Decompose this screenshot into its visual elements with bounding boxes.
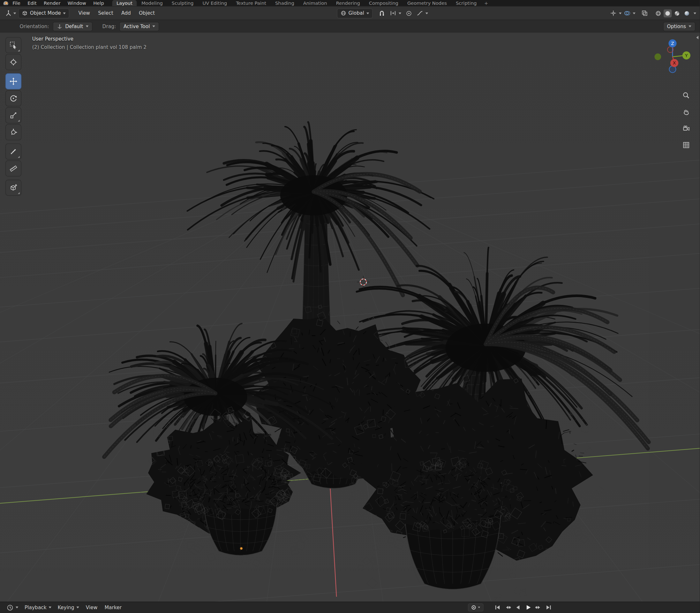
tool-annotate[interactable]	[5, 143, 22, 159]
transform-orientation-select[interactable]: Global	[337, 8, 372, 18]
tool-rotate[interactable]	[5, 90, 22, 106]
playback-controls	[493, 603, 553, 611]
camera-view-button[interactable]	[680, 122, 692, 134]
show-gizmos-toggle[interactable]	[609, 8, 618, 18]
jump-to-end-button[interactable]	[545, 603, 553, 611]
menu-render[interactable]: Render	[40, 0, 64, 6]
snap-settings-select[interactable]	[387, 8, 403, 18]
timeline-editor-type-button[interactable]	[3, 604, 22, 611]
chevron-down-icon	[63, 12, 66, 14]
falloff-curve-icon	[416, 10, 423, 17]
tab-texture-paint[interactable]: Texture Paint	[232, 0, 271, 6]
shading-rendered-button[interactable]	[683, 8, 691, 18]
shading-wireframe-button[interactable]	[654, 8, 663, 18]
snap-magnet-toggle[interactable]	[377, 8, 386, 18]
chevron-down-icon	[49, 607, 51, 609]
proportional-editing-toggle[interactable]	[405, 8, 413, 18]
jump-to-start-button[interactable]	[493, 603, 501, 611]
chevron-down-icon[interactable]	[619, 12, 621, 14]
measure-ruler-icon	[9, 165, 17, 172]
tool-measure[interactable]	[5, 160, 22, 177]
chevron-down-icon[interactable]	[633, 12, 635, 14]
scale-tool-icon	[9, 112, 17, 119]
timeline-menu-view[interactable]: View	[82, 605, 101, 611]
blender-logo-icon[interactable]	[2, 0, 9, 5]
orientation-select[interactable]: Default	[53, 22, 93, 31]
tab-compositing[interactable]: Compositing	[365, 0, 403, 6]
menu-edit[interactable]: Edit	[24, 0, 40, 6]
chevron-down-icon	[398, 12, 401, 14]
options-label: Options	[667, 24, 686, 29]
solid-sphere-icon	[664, 10, 671, 17]
menu-help[interactable]: Help	[90, 0, 108, 6]
chevron-down-icon	[76, 607, 79, 609]
tab-rendering[interactable]: Rendering	[332, 0, 365, 6]
clock-icon	[7, 604, 13, 611]
keying-menu[interactable]: Keying	[55, 605, 82, 611]
prev-frame-button[interactable]	[514, 603, 522, 611]
drag-select[interactable]: Active Tool	[119, 22, 159, 31]
show-overlays-toggle[interactable]	[622, 8, 632, 18]
orientation-value: Default	[65, 24, 83, 29]
chevron-down-icon	[13, 12, 16, 14]
auto-keying-toggle[interactable]	[468, 603, 484, 611]
tab-sculpting[interactable]: Sculpting	[167, 0, 198, 6]
tab-scripting[interactable]: Scripting	[451, 0, 481, 6]
tool-shelf	[5, 37, 22, 196]
proportional-circle-icon	[406, 10, 412, 17]
menu-select[interactable]: Select	[94, 10, 117, 16]
viewport-scene[interactable]	[0, 32, 700, 601]
zoom-button[interactable]	[680, 89, 692, 101]
menu-view[interactable]: View	[75, 10, 93, 16]
chevron-down-icon	[478, 607, 480, 608]
playback-menu[interactable]: Playback	[22, 605, 55, 611]
editor-type-button[interactable]	[3, 8, 17, 18]
tab-layout[interactable]: Layout	[112, 0, 137, 6]
tool-add-cube[interactable]	[5, 180, 22, 196]
magnifier-icon	[682, 91, 690, 99]
toggle-xray-button[interactable]	[640, 8, 649, 18]
prev-keyframe-button[interactable]	[504, 603, 512, 611]
rotate-tool-icon	[9, 94, 17, 102]
pan-button[interactable]	[680, 106, 692, 117]
menu-window[interactable]: Window	[64, 0, 90, 6]
add-workspace-button[interactable]: +	[481, 0, 491, 6]
options-button[interactable]: Options	[663, 22, 695, 31]
drag-label: Drag:	[103, 24, 116, 29]
tab-geometry-nodes[interactable]: Geometry Nodes	[403, 0, 451, 6]
subtool-corner-icon	[18, 192, 20, 194]
tab-uv-editing[interactable]: UV Editing	[198, 0, 232, 6]
tool-cursor[interactable]	[5, 54, 22, 70]
keying-label: Keying	[58, 605, 74, 611]
tab-animation[interactable]: Animation	[299, 0, 332, 6]
axis-navigation-gizmo[interactable]: Z Y X	[654, 37, 691, 75]
collapse-region-arrow-icon[interactable]	[696, 36, 698, 39]
menu-file[interactable]: File	[9, 0, 24, 6]
chevron-down-icon[interactable]	[694, 12, 696, 14]
play-button[interactable]	[524, 603, 532, 611]
wireframe-sphere-icon	[655, 10, 661, 17]
tool-scale[interactable]	[5, 107, 22, 123]
blender-window: File Edit Render Window Help Layout Mode…	[0, 0, 700, 613]
transform-orientation-label: Global	[348, 10, 364, 16]
gizmo-x-label: X	[673, 60, 676, 65]
menu-object[interactable]: Object	[135, 10, 159, 16]
timeline-menu-marker[interactable]: Marker	[101, 605, 126, 611]
menu-add[interactable]: Add	[118, 10, 134, 16]
shading-material-button[interactable]	[673, 8, 682, 18]
viewport-header: Object Mode View Select Add Object Globa…	[0, 6, 700, 20]
tool-select-box[interactable]	[5, 37, 22, 53]
next-keyframe-button[interactable]	[534, 603, 542, 611]
editor-3d-viewport-icon	[5, 10, 12, 17]
shading-solid-button[interactable]	[664, 9, 672, 17]
toggle-ortho-button[interactable]	[680, 139, 692, 151]
chevron-down-icon	[688, 26, 691, 27]
gizmo-axis-neg-y[interactable]	[655, 53, 661, 60]
mode-select[interactable]: Object Mode	[18, 8, 69, 18]
tool-move[interactable]	[5, 74, 22, 89]
tool-transform[interactable]	[5, 124, 22, 140]
tab-shading[interactable]: Shading	[271, 0, 299, 6]
3d-viewport[interactable]: User Perspective (2) Collection | Collec…	[0, 32, 700, 601]
proportional-falloff-select[interactable]	[414, 8, 430, 18]
tab-modeling[interactable]: Modeling	[137, 0, 167, 6]
